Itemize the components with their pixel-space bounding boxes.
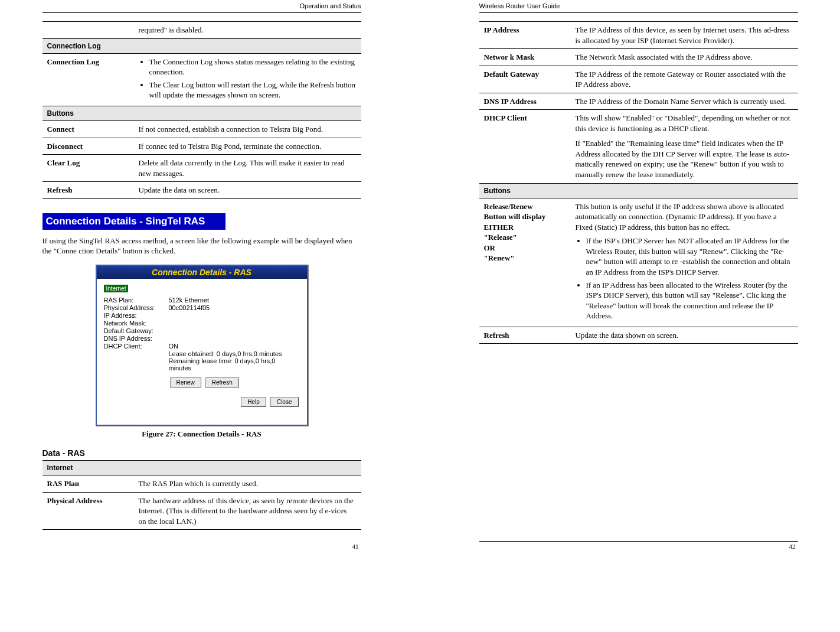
mock-phys-v: 00c002114f05: [169, 304, 300, 311]
row-disconnect-l: Disconnect: [43, 138, 134, 155]
mock-phys-k: Physical Address:: [104, 304, 169, 311]
mock-dhcp-v: ON: [169, 343, 300, 350]
mock-nm-k: Network Mask:: [104, 320, 169, 327]
row-dhcp-v1: This will show "Enabled" or "Disabled", …: [576, 113, 793, 133]
row-physaddr-v: The hardware address of this device, as …: [134, 492, 361, 530]
row-ip-l: IP Address: [479, 22, 571, 49]
row-refresh-l: Refresh: [43, 182, 134, 199]
page-number-right: 42: [789, 543, 796, 550]
row-ip-v: The IP Address of this device, as seen b…: [571, 22, 798, 49]
row-dhcp-l: DHCP Client: [479, 110, 571, 183]
mock-section-internet: Internet: [104, 285, 129, 292]
figure-27: Connection Details - RAS Internet RAS Pl…: [43, 265, 361, 426]
row-releaserenew-l: Release/Renew Button will display EITHER…: [479, 198, 571, 327]
mock-ras-plan-k: RAS Plan:: [104, 297, 169, 304]
row-dhcp-v: This will show "Enabled" or "Disabled", …: [571, 110, 798, 183]
connlog-bullet-1: The Connection Log shows status messages…: [149, 57, 357, 77]
row-connlog-label: Connection Log: [43, 53, 134, 106]
mock-close-button[interactable]: Close: [270, 397, 299, 407]
row-clearlog-l: Clear Log: [43, 155, 134, 182]
figure-caption: Figure 27: Connection Details - RAS: [43, 429, 361, 439]
mock-help-button[interactable]: Help: [241, 397, 266, 407]
mock-refresh-button[interactable]: Refresh: [205, 377, 239, 387]
mock-lease-obt: Lease obtained: 0 days,0 hrs,0 minutes: [169, 350, 300, 357]
row-connlog-value: The Connection Log shows status messages…: [134, 53, 361, 106]
row-connect-l: Connect: [43, 121, 134, 138]
table-right: IP Address The IP Address of this device…: [479, 21, 798, 344]
row-dhcp-v2: If "Enabled" the "Remaining lease time" …: [576, 138, 793, 180]
running-head-left: Operation and Status: [43, 2, 361, 13]
row-rasplan-v: The RAS Plan which is currently used.: [134, 475, 361, 493]
mock-gw-k: Default Gateway:: [104, 327, 169, 334]
row-physaddr-l: Physical Address: [43, 492, 134, 530]
mock-ip-k: IP Address:: [104, 312, 169, 319]
footer-rule: [479, 541, 798, 542]
page-number-left: 41: [352, 543, 359, 550]
running-head-right: Wireless Router User Guide: [479, 2, 798, 13]
section-internet: Internet: [43, 460, 361, 475]
table-left-top: required" is disabled. Connection Log Co…: [43, 21, 361, 199]
cell-required-disabled: required" is disabled.: [134, 22, 361, 39]
rr-bullet-2: If an IP Address has been allocated to t…: [586, 280, 793, 321]
row-refresh-v: Update the data on screen.: [134, 182, 361, 199]
row-refresh2-l: Refresh: [479, 327, 571, 344]
mock-renew-button[interactable]: Renew: [170, 377, 201, 387]
mock-dhcp-k: DHCP Client:: [104, 343, 169, 350]
row-nm-l: Networ k Mask: [479, 49, 571, 66]
section-buttons-left: Buttons: [43, 106, 361, 120]
page-right: Wireless Router User Guide IP Address Th…: [479, 0, 798, 536]
section-connection-log: Connection Log: [43, 38, 361, 53]
section-buttons-right: Buttons: [479, 183, 798, 198]
mock-ras-plan-v: 512k Ethernet: [169, 297, 300, 304]
row-rasplan-l: RAS Plan: [43, 475, 134, 493]
row-gw-v: The IP Address of the remote Gateway or …: [571, 66, 798, 93]
mock-lease-rem: Remaining lease time: 0 days,0 hrs,0 min…: [169, 357, 300, 372]
intro-paragraph: If using the SingTel RAS access method, …: [43, 236, 361, 256]
heading-data-ras: Data - RAS: [43, 448, 361, 458]
row-clearlog-v: Delete all data currently in the Log. Th…: [134, 155, 361, 182]
row-dns-l: DNS IP Address: [479, 93, 571, 110]
heading-singtel-ras: Connection Details - SingTel RAS: [43, 213, 225, 230]
mock-titlebar: Connection Details - RAS: [97, 266, 307, 279]
rr-intro: This button is only useful if the IP add…: [576, 201, 793, 233]
mock-dns-k: DNS IP Address:: [104, 335, 169, 342]
row-nm-v: The Network Mask associated with the IP …: [571, 49, 798, 66]
cell-empty: [43, 22, 134, 39]
row-disconnect-v: If connec ted to Telstra Big Pond, termi…: [134, 138, 361, 155]
row-refresh2-v: Update the data shown on screen.: [571, 327, 798, 344]
page-left: Operation and Status required" is disabl…: [43, 0, 361, 536]
rr-bullet-1: If the ISP's DHCP Server has NOT allocat…: [586, 236, 793, 277]
row-releaserenew-v: This button is only useful if the IP add…: [571, 198, 798, 327]
row-gw-l: Default Gateway: [479, 66, 571, 93]
mock-window: Connection Details - RAS Internet RAS Pl…: [96, 265, 308, 426]
row-connect-v: If not connected, establish a connection…: [134, 121, 361, 138]
row-dns-v: The IP Address of the Domain Name Server…: [571, 93, 798, 110]
connlog-bullet-2: The Clear Log button will restart the Lo…: [149, 80, 357, 100]
table-data-ras: Internet RAS Plan The RAS Plan which is …: [43, 460, 361, 530]
